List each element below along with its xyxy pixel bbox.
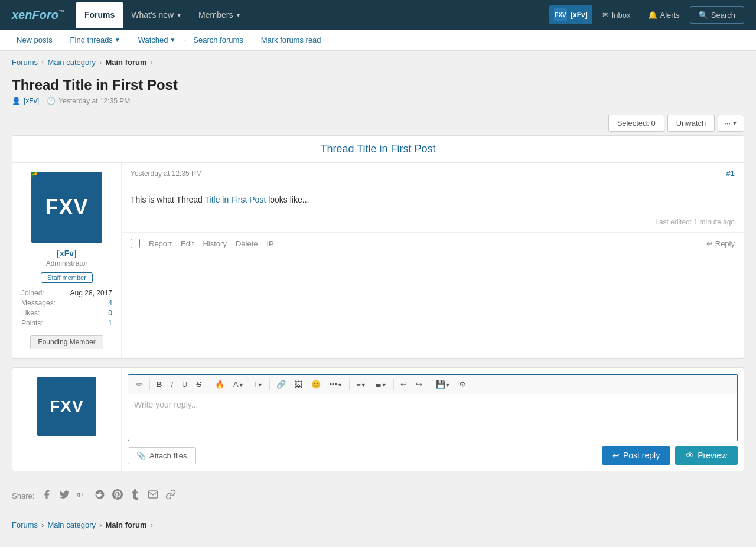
post-content: Yesterday at 12:35 PM #1 This is what Th… — [122, 163, 744, 358]
bottom-breadcrumb: Forums › Main category › Main forum › — [0, 512, 756, 538]
post-number: #1 — [726, 169, 735, 178]
stat-points: Points: 1 — [21, 319, 112, 327]
toolbar-settings[interactable]: ⚙ — [455, 378, 470, 390]
toolbar-sep6 — [429, 379, 429, 390]
subnav-search-forums[interactable]: Search forums — [188, 30, 248, 50]
thread-title: Thread Title in First Post — [12, 77, 744, 93]
toolbar-sep5 — [393, 379, 394, 390]
post-reply-icon: ↩ — [612, 451, 620, 460]
share-facebook[interactable] — [41, 489, 52, 503]
preview-icon: 👁 — [686, 451, 694, 460]
joined-value: Aug 28, 2017 — [70, 289, 112, 297]
more-options-button[interactable]: ··· ▼ — [718, 115, 744, 132]
breadcrumb-main-category[interactable]: Main category — [47, 58, 96, 67]
toolbar-undo[interactable]: ↩ — [397, 378, 410, 390]
share-twitter[interactable] — [59, 489, 70, 503]
subnav-new-posts[interactable]: New posts — [12, 30, 57, 50]
breadcrumb-forums[interactable]: Forums — [12, 58, 38, 67]
toolbar-redo[interactable]: ↪ — [412, 378, 426, 390]
toolbar-sep4 — [349, 379, 350, 390]
reply-label: Reply — [715, 239, 735, 248]
sub-nav: New posts · Find threads ▼ · Watched ▼ ·… — [0, 30, 756, 51]
action-delete[interactable]: Delete — [236, 239, 258, 248]
nav-forums[interactable]: Forums — [76, 2, 123, 28]
stat-joined: Joined: Aug 28, 2017 — [21, 289, 112, 297]
toolbar-font-color[interactable]: A▼ — [230, 378, 247, 390]
share-googleplus[interactable]: g+ — [77, 489, 87, 503]
share-label: Share: — [12, 491, 34, 500]
toolbar-more[interactable]: •••▼ — [326, 378, 347, 390]
share-email[interactable] — [148, 489, 158, 503]
editor-toolbar: ✏ B I U S 🔥 A▼ T▼ 🔗 🖼 😊 •••▼ ≡▼ ≣▼ ↩ ↪ 💾… — [128, 374, 738, 394]
editor-actions: ↩ Post reply 👁 Preview — [602, 446, 738, 465]
toolbar-align[interactable]: ≡▼ — [353, 378, 370, 390]
toolbar-list[interactable]: ≣▼ — [372, 378, 390, 390]
toolbar-font-size[interactable]: T▼ — [249, 378, 266, 390]
toolbar-bold[interactable]: B — [153, 378, 165, 390]
action-edit[interactable]: Edit — [181, 239, 194, 248]
post-content-before: This is what Thread — [131, 195, 205, 204]
action-history[interactable]: History — [203, 239, 226, 248]
toolbar-emoji[interactable]: 😊 — [308, 378, 324, 390]
share-row: Share: g+ — [0, 480, 756, 512]
messages-value: 4 — [108, 299, 112, 307]
post-timestamp: Yesterday at 12:35 PM — [131, 170, 202, 178]
unwatch-button[interactable]: Unwatch — [667, 115, 715, 132]
reply-container: FXV ✏ B I U S 🔥 A▼ T▼ 🔗 🖼 😊 •••▼ ≡▼ ≣▼ ↩… — [12, 367, 744, 471]
post-text: This is what Thread Title in First Post … — [122, 184, 744, 215]
toolbar-color[interactable]: 🔥 — [211, 378, 228, 390]
search-icon: 🔍 — [699, 11, 708, 19]
nav-whats-new[interactable]: What's new ▼ — [123, 2, 190, 28]
bottom-breadcrumb-main-category[interactable]: Main category — [47, 520, 96, 529]
thread-header: Thread Title in First Post 👤 [xFv] · 🕐 Y… — [0, 74, 756, 111]
toolbar-underline[interactable]: U — [178, 378, 191, 390]
alerts-link[interactable]: 🔔 Alerts — [641, 6, 687, 24]
inbox-link[interactable]: ✉ Inbox — [595, 6, 638, 24]
toolbar-strikethrough[interactable]: S — [193, 378, 205, 390]
subnav-watched[interactable]: Watched ▼ — [133, 30, 181, 50]
toolbar-pen[interactable]: ✏ — [133, 378, 146, 390]
toolbar-save[interactable]: 💾▼ — [432, 378, 454, 390]
share-pinterest[interactable] — [112, 489, 123, 503]
post-title-bar: Thread Title in First Post — [12, 136, 744, 163]
selected-count-button[interactable]: Selected: 0 — [608, 115, 664, 132]
flag-icon — [31, 172, 42, 179]
points-value: 1 — [108, 319, 112, 327]
toolbar-italic[interactable]: I — [167, 378, 177, 390]
post-reply-button[interactable]: ↩ Post reply — [602, 446, 670, 465]
reply-avatar-letters: FXV — [50, 397, 83, 416]
search-button[interactable]: 🔍 Search — [690, 6, 744, 24]
thread-meta: 👤 [xFv] · 🕐 Yesterday at 12:35 PM — [12, 97, 744, 105]
action-ip[interactable]: IP — [266, 239, 273, 248]
share-tumblr[interactable] — [130, 489, 141, 503]
toolbar-image[interactable]: 🖼 — [291, 378, 306, 390]
post-reply-label: Post reply — [623, 451, 660, 460]
post-top: Yesterday at 12:35 PM #1 — [122, 163, 744, 184]
logo: xenForo™ — [12, 8, 64, 22]
author-username[interactable]: [xFv] — [57, 249, 76, 258]
bottom-breadcrumb-current: Main forum — [105, 520, 146, 529]
preview-button[interactable]: 👁 Preview — [675, 446, 738, 465]
breadcrumb-arrow1: › — [41, 58, 44, 67]
author-username-link[interactable]: [xFv] — [57, 249, 76, 258]
reply-editor-area[interactable]: Write your reply... — [128, 394, 738, 441]
subnav-mark-read[interactable]: Mark forums read — [256, 30, 326, 50]
nav-members[interactable]: Members ▼ — [190, 2, 249, 28]
stat-likes: Likes: 0 — [21, 309, 112, 317]
likes-label: Likes: — [21, 309, 40, 317]
toolbar-link[interactable]: 🔗 — [273, 378, 289, 390]
breadcrumb: Forums › Main category › Main forum › — [0, 51, 756, 74]
attach-files-button[interactable]: 📎 Attach files — [128, 447, 196, 464]
bottom-breadcrumb-forums[interactable]: Forums — [12, 520, 38, 529]
share-link[interactable] — [165, 489, 176, 503]
subnav-find-threads[interactable]: Find threads ▼ — [66, 30, 125, 50]
user-badge[interactable]: FXV [xFv] — [549, 5, 592, 24]
reply-link[interactable]: ↩ Reply — [706, 239, 735, 248]
reply-arrow-icon: ↩ — [706, 239, 713, 248]
action-report[interactable]: Report — [149, 239, 172, 248]
post-select-checkbox[interactable] — [131, 239, 140, 248]
thread-meta-user[interactable]: [xFv] — [24, 97, 39, 105]
breadcrumb-arrow2: › — [99, 58, 102, 67]
share-reddit[interactable] — [94, 489, 105, 503]
user-stats: Joined: Aug 28, 2017 Messages: 4 Likes: … — [21, 289, 112, 329]
